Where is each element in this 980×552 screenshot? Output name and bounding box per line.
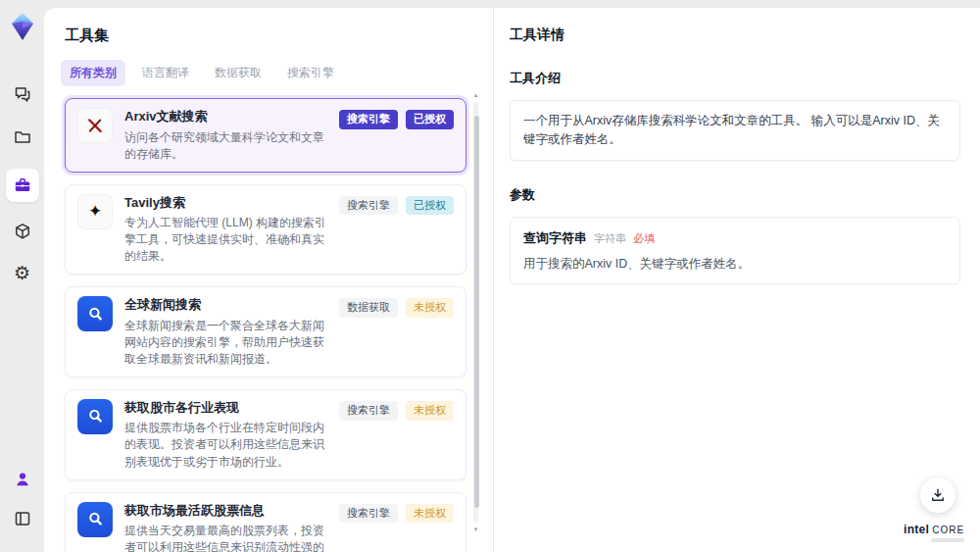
param-type: 字符串 [594,232,626,244]
tools-pane: 工具集 所有类别语言翻译数据获取搜索引擎 Arxiv文献搜索访问各个研究领域大量… [44,8,493,552]
tool-list: Arxiv文献搜索访问各个研究领域大量科学论文和文章的存储库。搜索引擎已授权✦T… [62,95,469,552]
tab-1[interactable]: 语言翻译 [133,60,198,86]
auth-status-badge: 已授权 [406,110,454,129]
detail-pane: 工具详情 工具介绍 一个用于从Arxiv存储库搜索科学论文和文章的工具。 输入可… [494,8,980,552]
category-badge: 搜索引擎 [339,401,398,421]
scrollbar-thumb[interactable] [474,116,479,508]
sidebar-item-settings[interactable]: ⚙ [7,257,38,288]
scroll-down-icon[interactable]: ▼ [472,527,479,532]
tab-2[interactable]: 数据获取 [206,60,270,86]
intel-brand-text: intel [904,523,929,536]
category-tabs: 所有类别语言翻译数据获取搜索引擎 [61,60,493,86]
tab-3[interactable]: 搜索引擎 [278,60,343,86]
tab-0[interactable]: 所有类别 [61,60,125,86]
param-required-flag: 必填 [633,232,655,244]
param-box: 查询字符串字符串必填用于搜索的Arxiv ID、关键字或作者姓名。 [510,217,960,285]
sidebar-item-profile[interactable] [7,464,38,495]
tool-title: 全球新闻搜索 [124,296,327,314]
tool-card[interactable]: ✦Tavily搜索专为人工智能代理 (LLM) 构建的搜索引擎工具，可快速提供实… [65,184,466,276]
list-scrollbar[interactable]: ▲ ▼ [472,90,479,546]
scrollbar-track[interactable] [473,102,478,523]
tool-description: 提供股票市场各个行业在特定时间段内的表现。投资者可以利用这些信息来识别表现优于或… [124,420,327,470]
cube-icon [13,222,32,241]
tool-description: 提供当天交易量最高的股票列表，投资者可以利用这些信息来识别流动性强的股票和潜在的… [124,523,327,552]
app-logo-icon [8,11,37,42]
sidebar-item-chat[interactable] [7,78,38,110]
tool-title: Tavily搜索 [124,194,327,212]
detail-title: 工具详情 [510,8,960,44]
category-badge: 搜索引擎 [339,196,398,216]
category-badge: 搜索引擎 [339,504,398,524]
tool-card[interactable]: 获取市场最活跃股票信息提供当天交易量最高的股票列表，投资者可以利用这些信息来识别… [65,492,466,552]
arxiv-icon [77,108,113,143]
folder-icon [13,127,32,147]
params-heading: 参数 [510,161,960,204]
main-panel: 工具集 所有类别语言翻译数据获取搜索引擎 Arxiv文献搜索访问各个研究领域大量… [44,8,980,552]
intel-product-text: CORE [932,525,964,535]
intro-box: 一个用于从Arxiv存储库搜索科学论文和文章的工具。 输入可以是Arxiv ID… [510,100,960,161]
blue-search-icon [77,399,113,434]
auth-status-badge: 未授权 [406,504,454,524]
user-avatar-icon [13,470,32,489]
intel-core-logo: intelCORE [904,524,964,542]
blue-search-icon [77,502,113,537]
auth-status-badge: 未授权 [406,298,454,318]
scroll-up-icon[interactable]: ▲ [472,92,479,98]
page-title: 工具集 [44,8,493,45]
auth-status-badge: 已授权 [406,196,454,216]
category-badge: 搜索引擎 [339,110,398,129]
param-name: 查询字符串 [523,230,587,245]
tool-title: 获取市场最活跃股票信息 [124,502,327,520]
tool-description: 全球新闻搜索是一个聚合全球各大新闻网站内容的搜索引擎，帮助用户快速获取全球最新资… [124,318,327,368]
chat-icon [13,84,32,104]
tool-card[interactable]: Arxiv文献搜索访问各个研究领域大量科学论文和文章的存储库。搜索引擎已授权 [65,98,466,173]
sidebar-item-plugins[interactable] [7,216,38,247]
briefcase-icon [13,176,32,195]
param-description: 用于搜索的Arxiv ID、关键字或作者姓名。 [523,256,947,274]
sidebar-item-toolbox[interactable] [6,169,39,202]
tool-card[interactable]: 全球新闻搜索全球新闻搜索是一个聚合全球各大新闻网站内容的搜索引擎，帮助用户快速获… [65,286,466,377]
sidebar-item-collapse[interactable] [7,503,38,534]
sidebar-item-files[interactable] [7,122,38,153]
tool-card[interactable]: 获取股市各行业表现提供股票市场各个行业在特定时间段内的表现。投资者可以利用这些信… [65,389,466,480]
tavily-star-icon: ✦ [77,194,113,229]
sidebar: ⚙ [0,0,44,552]
tool-description: 专为人工智能代理 (LLM) 构建的搜索引擎工具，可快速提供实时、准确和真实的结… [124,215,327,265]
param-list: 查询字符串字符串必填用于搜索的Arxiv ID、关键字或作者姓名。 [510,217,960,285]
intel-sub-mark [931,538,964,542]
tool-description: 访问各个研究领域大量科学论文和文章的存储库。 [124,129,327,163]
gear-icon: ⚙ [14,264,30,282]
category-badge: 数据获取 [339,298,398,318]
download-button[interactable] [920,477,956,513]
download-icon [929,486,947,504]
intro-heading: 工具介绍 [510,44,960,87]
tool-title: 获取股市各行业表现 [124,399,327,417]
collapse-panel-icon [13,509,32,528]
tool-title: Arxiv文献搜索 [124,108,327,125]
auth-status-badge: 未授权 [406,401,454,421]
blue-search-icon [77,296,113,331]
intro-text: 一个用于从Arxiv存储库搜索科学论文和文章的工具。 输入可以是Arxiv ID… [523,112,947,149]
